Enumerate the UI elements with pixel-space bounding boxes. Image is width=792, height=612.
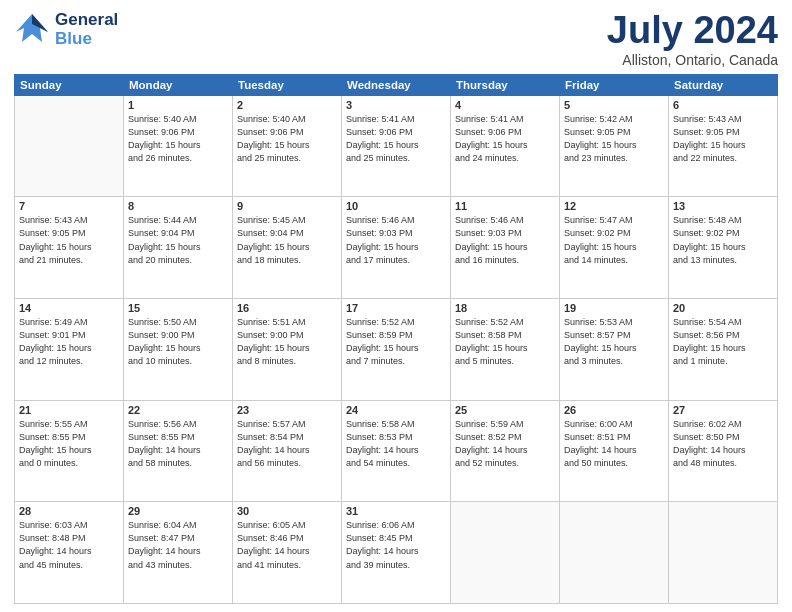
day-info: Sunrise: 5:57 AMSunset: 8:54 PMDaylight:… (237, 418, 337, 470)
day-info: Sunrise: 5:53 AMSunset: 8:57 PMDaylight:… (564, 316, 664, 368)
day-info: Sunrise: 6:04 AMSunset: 8:47 PMDaylight:… (128, 519, 228, 571)
title-block: July 2024 Alliston, Ontario, Canada (607, 10, 778, 68)
calendar-day-cell: 9Sunrise: 5:45 AMSunset: 9:04 PMDaylight… (233, 197, 342, 299)
day-info: Sunrise: 5:59 AMSunset: 8:52 PMDaylight:… (455, 418, 555, 470)
day-number: 9 (237, 200, 337, 212)
day-info: Sunrise: 5:42 AMSunset: 9:05 PMDaylight:… (564, 113, 664, 165)
calendar-day-cell: 25Sunrise: 5:59 AMSunset: 8:52 PMDayligh… (451, 400, 560, 502)
day-info: Sunrise: 6:02 AMSunset: 8:50 PMDaylight:… (673, 418, 773, 470)
header: General Blue July 2024 Alliston, Ontario… (14, 10, 778, 68)
day-number: 30 (237, 505, 337, 517)
calendar-day-cell: 1Sunrise: 5:40 AMSunset: 9:06 PMDaylight… (124, 95, 233, 197)
day-info: Sunrise: 5:43 AMSunset: 9:05 PMDaylight:… (673, 113, 773, 165)
day-number: 5 (564, 99, 664, 111)
day-number: 10 (346, 200, 446, 212)
calendar-day-cell: 15Sunrise: 5:50 AMSunset: 9:00 PMDayligh… (124, 299, 233, 401)
calendar-day-cell: 30Sunrise: 6:05 AMSunset: 8:46 PMDayligh… (233, 502, 342, 604)
calendar-day-cell: 4Sunrise: 5:41 AMSunset: 9:06 PMDaylight… (451, 95, 560, 197)
calendar-day-cell (451, 502, 560, 604)
day-info: Sunrise: 5:43 AMSunset: 9:05 PMDaylight:… (19, 214, 119, 266)
day-info: Sunrise: 5:41 AMSunset: 9:06 PMDaylight:… (346, 113, 446, 165)
location: Alliston, Ontario, Canada (607, 52, 778, 68)
calendar-day-cell (560, 502, 669, 604)
calendar-day-cell: 24Sunrise: 5:58 AMSunset: 8:53 PMDayligh… (342, 400, 451, 502)
calendar-day-cell: 17Sunrise: 5:52 AMSunset: 8:59 PMDayligh… (342, 299, 451, 401)
day-number: 7 (19, 200, 119, 212)
day-number: 6 (673, 99, 773, 111)
calendar-day-cell: 12Sunrise: 5:47 AMSunset: 9:02 PMDayligh… (560, 197, 669, 299)
day-number: 29 (128, 505, 228, 517)
calendar-day-cell: 11Sunrise: 5:46 AMSunset: 9:03 PMDayligh… (451, 197, 560, 299)
calendar-day-cell: 19Sunrise: 5:53 AMSunset: 8:57 PMDayligh… (560, 299, 669, 401)
day-info: Sunrise: 6:03 AMSunset: 8:48 PMDaylight:… (19, 519, 119, 571)
calendar-day-cell (669, 502, 778, 604)
day-info: Sunrise: 5:56 AMSunset: 8:55 PMDaylight:… (128, 418, 228, 470)
day-info: Sunrise: 5:52 AMSunset: 8:58 PMDaylight:… (455, 316, 555, 368)
calendar-day-cell: 3Sunrise: 5:41 AMSunset: 9:06 PMDaylight… (342, 95, 451, 197)
calendar-day-cell: 7Sunrise: 5:43 AMSunset: 9:05 PMDaylight… (15, 197, 124, 299)
day-info: Sunrise: 5:46 AMSunset: 9:03 PMDaylight:… (455, 214, 555, 266)
calendar-day-cell: 16Sunrise: 5:51 AMSunset: 9:00 PMDayligh… (233, 299, 342, 401)
calendar-week-row: 28Sunrise: 6:03 AMSunset: 8:48 PMDayligh… (15, 502, 778, 604)
calendar-week-row: 7Sunrise: 5:43 AMSunset: 9:05 PMDaylight… (15, 197, 778, 299)
calendar-day-cell: 26Sunrise: 6:00 AMSunset: 8:51 PMDayligh… (560, 400, 669, 502)
logo-general-text: General (55, 11, 118, 30)
day-number: 23 (237, 404, 337, 416)
day-number: 18 (455, 302, 555, 314)
calendar-day-cell: 18Sunrise: 5:52 AMSunset: 8:58 PMDayligh… (451, 299, 560, 401)
calendar-day-cell: 10Sunrise: 5:46 AMSunset: 9:03 PMDayligh… (342, 197, 451, 299)
day-number: 27 (673, 404, 773, 416)
day-number: 20 (673, 302, 773, 314)
calendar-day-cell: 5Sunrise: 5:42 AMSunset: 9:05 PMDaylight… (560, 95, 669, 197)
day-info: Sunrise: 6:06 AMSunset: 8:45 PMDaylight:… (346, 519, 446, 571)
calendar-day-cell: 31Sunrise: 6:06 AMSunset: 8:45 PMDayligh… (342, 502, 451, 604)
day-number: 26 (564, 404, 664, 416)
calendar-week-row: 1Sunrise: 5:40 AMSunset: 9:06 PMDaylight… (15, 95, 778, 197)
day-number: 28 (19, 505, 119, 517)
day-info: Sunrise: 5:40 AMSunset: 9:06 PMDaylight:… (237, 113, 337, 165)
day-number: 3 (346, 99, 446, 111)
calendar: SundayMondayTuesdayWednesdayThursdayFrid… (14, 74, 778, 604)
day-number: 22 (128, 404, 228, 416)
day-number: 15 (128, 302, 228, 314)
day-info: Sunrise: 5:49 AMSunset: 9:01 PMDaylight:… (19, 316, 119, 368)
day-number: 14 (19, 302, 119, 314)
calendar-day-cell: 28Sunrise: 6:03 AMSunset: 8:48 PMDayligh… (15, 502, 124, 604)
day-number: 8 (128, 200, 228, 212)
day-info: Sunrise: 5:47 AMSunset: 9:02 PMDaylight:… (564, 214, 664, 266)
weekday-header: Saturday (669, 74, 778, 95)
calendar-day-cell: 22Sunrise: 5:56 AMSunset: 8:55 PMDayligh… (124, 400, 233, 502)
calendar-day-cell: 23Sunrise: 5:57 AMSunset: 8:54 PMDayligh… (233, 400, 342, 502)
day-number: 17 (346, 302, 446, 314)
day-info: Sunrise: 6:05 AMSunset: 8:46 PMDaylight:… (237, 519, 337, 571)
day-info: Sunrise: 5:50 AMSunset: 9:00 PMDaylight:… (128, 316, 228, 368)
day-number: 13 (673, 200, 773, 212)
day-info: Sunrise: 5:54 AMSunset: 8:56 PMDaylight:… (673, 316, 773, 368)
weekday-header: Monday (124, 74, 233, 95)
day-number: 11 (455, 200, 555, 212)
day-info: Sunrise: 5:48 AMSunset: 9:02 PMDaylight:… (673, 214, 773, 266)
calendar-day-cell: 6Sunrise: 5:43 AMSunset: 9:05 PMDaylight… (669, 95, 778, 197)
logo-name: General Blue (55, 11, 118, 48)
day-info: Sunrise: 5:45 AMSunset: 9:04 PMDaylight:… (237, 214, 337, 266)
logo-blue-text: Blue (55, 30, 118, 49)
calendar-day-cell: 13Sunrise: 5:48 AMSunset: 9:02 PMDayligh… (669, 197, 778, 299)
page: General Blue July 2024 Alliston, Ontario… (0, 0, 792, 612)
day-number: 16 (237, 302, 337, 314)
logo-bird-icon (14, 10, 50, 50)
day-info: Sunrise: 5:44 AMSunset: 9:04 PMDaylight:… (128, 214, 228, 266)
day-info: Sunrise: 6:00 AMSunset: 8:51 PMDaylight:… (564, 418, 664, 470)
calendar-day-cell: 20Sunrise: 5:54 AMSunset: 8:56 PMDayligh… (669, 299, 778, 401)
calendar-day-cell: 2Sunrise: 5:40 AMSunset: 9:06 PMDaylight… (233, 95, 342, 197)
day-info: Sunrise: 5:55 AMSunset: 8:55 PMDaylight:… (19, 418, 119, 470)
day-info: Sunrise: 5:58 AMSunset: 8:53 PMDaylight:… (346, 418, 446, 470)
day-number: 12 (564, 200, 664, 212)
calendar-day-cell: 21Sunrise: 5:55 AMSunset: 8:55 PMDayligh… (15, 400, 124, 502)
weekday-header: Thursday (451, 74, 560, 95)
day-number: 2 (237, 99, 337, 111)
day-number: 19 (564, 302, 664, 314)
day-info: Sunrise: 5:51 AMSunset: 9:00 PMDaylight:… (237, 316, 337, 368)
calendar-week-row: 14Sunrise: 5:49 AMSunset: 9:01 PMDayligh… (15, 299, 778, 401)
calendar-day-cell: 8Sunrise: 5:44 AMSunset: 9:04 PMDaylight… (124, 197, 233, 299)
day-info: Sunrise: 5:41 AMSunset: 9:06 PMDaylight:… (455, 113, 555, 165)
